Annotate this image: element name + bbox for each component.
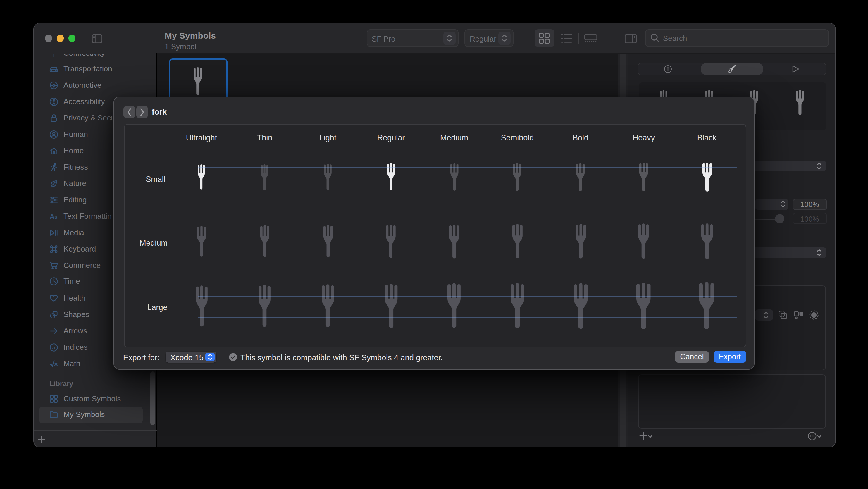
- svg-text:a: a: [52, 344, 55, 350]
- svg-text:a: a: [54, 214, 57, 220]
- svg-text:A: A: [50, 213, 54, 220]
